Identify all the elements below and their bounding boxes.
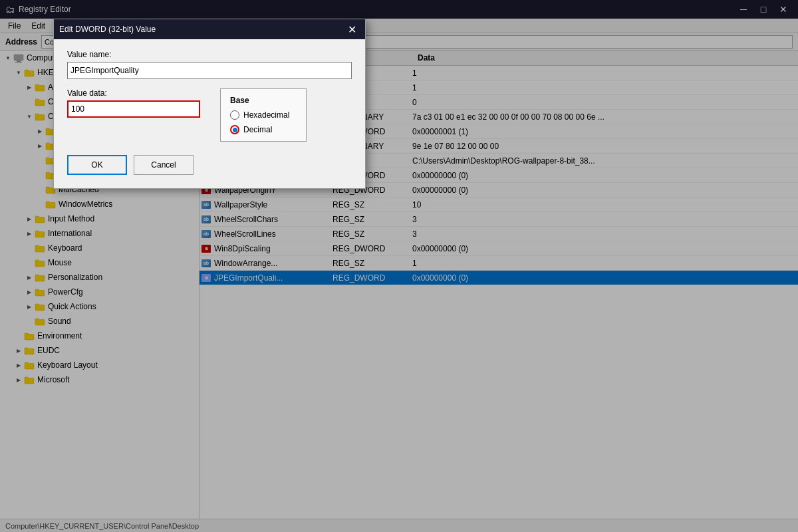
dialog-overlay: Edit DWORD (32-bit) Value ✕ Value name: … xyxy=(0,0,798,532)
radio-dec-outer xyxy=(230,125,239,134)
value-name-label: Value name: xyxy=(67,50,352,59)
data-base-row: Value data: Base xyxy=(67,88,352,142)
base-box: Base Hexadecimal xyxy=(220,88,307,142)
radio-dec-label: Decimal xyxy=(243,125,272,134)
radio-hex-label: Hexadecimal xyxy=(243,110,289,120)
dialog-body: Value name: Value data: Base xyxy=(54,39,365,188)
dialog-close-button[interactable]: ✕ xyxy=(344,22,360,37)
radio-decimal[interactable]: Decimal xyxy=(230,125,297,134)
main-window: 🗂 Registry Editor ─ □ ✕ File Edit View F… xyxy=(0,0,798,532)
radio-group: Hexadecimal Decimal xyxy=(230,110,297,134)
value-name-group: Value name: xyxy=(67,50,352,79)
ok-button[interactable]: OK xyxy=(67,155,127,175)
value-data-label: Value data: xyxy=(67,88,200,98)
dialog-buttons: OK Cancel xyxy=(67,155,352,175)
edit-dword-dialog: Edit DWORD (32-bit) Value ✕ Value name: … xyxy=(53,19,366,189)
base-group: Base Hexadecimal xyxy=(220,88,307,142)
radio-dec-inner xyxy=(233,128,237,132)
radio-hexadecimal[interactable]: Hexadecimal xyxy=(230,110,297,120)
cancel-button[interactable]: Cancel xyxy=(134,155,194,175)
value-data-input[interactable] xyxy=(67,100,200,118)
dialog-title-bar: Edit DWORD (32-bit) Value ✕ xyxy=(54,19,365,39)
dialog-title: Edit DWORD (32-bit) Value xyxy=(59,25,156,34)
value-data-group: Value data: xyxy=(67,88,200,118)
value-name-input[interactable] xyxy=(67,62,352,79)
radio-hex-outer xyxy=(230,110,239,120)
base-title: Base xyxy=(230,96,297,105)
